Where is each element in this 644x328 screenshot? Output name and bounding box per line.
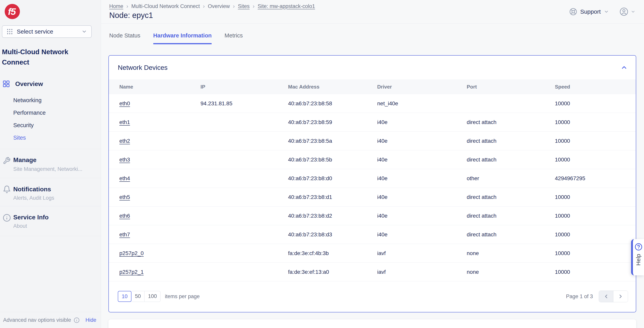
column-header-ip: IP (200, 84, 288, 90)
table-row: eth740:a6:b7:23:b8:d3i40edirect attach10… (109, 225, 636, 244)
items-per-page-control: 10 50 100 items per page (118, 291, 200, 302)
cell-name: eth4 (119, 175, 200, 182)
cell-mac-address: fa:de:3e:cf:4b:3b (288, 250, 377, 256)
sidebar-item-notifications-subtitle: Alerts, Audit Logs (13, 195, 54, 201)
hide-nav-link[interactable]: Hide (86, 317, 96, 323)
sidebar-item-networking[interactable]: Networking (13, 97, 42, 104)
device-name-link[interactable]: p257p2_1 (119, 269, 144, 275)
items-per-page-10[interactable]: 10 (118, 291, 132, 302)
sidebar-item-notifications[interactable]: Notifications (13, 186, 51, 193)
cell-mac-address: 40:a6:b7:23:b8:d0 (288, 175, 377, 182)
column-header-speed: Speed (555, 84, 627, 90)
sidebar-item-service-info[interactable]: Service Info (13, 214, 48, 221)
sidebar-item-overview[interactable]: Overview (0, 80, 43, 88)
cell-name: eth0 (119, 100, 200, 107)
device-name-link[interactable]: eth7 (119, 232, 130, 238)
cell-name: eth2 (119, 138, 200, 144)
cell-mac-address: 40:a6:b7:23:b8:5b (288, 156, 377, 163)
sidebar-item-manage[interactable]: Manage (13, 156, 36, 164)
chevron-down-icon (604, 9, 609, 14)
items-per-page-50[interactable]: 50 (132, 291, 144, 302)
lifebuoy-icon (569, 8, 577, 16)
card-header: Network Devices (109, 56, 636, 79)
sidebar-item-performance[interactable]: Performance (13, 110, 46, 116)
column-header-port: Port (467, 84, 555, 90)
cell-name: p257p2_0 (119, 250, 200, 256)
previous-page-button[interactable] (599, 291, 614, 302)
page-title: Node: epyc1 (109, 11, 153, 20)
tab-metrics[interactable]: Metrics (224, 32, 242, 44)
help-button[interactable]: Help (631, 239, 644, 275)
cell-port: none (467, 250, 555, 256)
cell-speed: 10000 (555, 138, 627, 144)
column-header-name: Name (119, 84, 200, 90)
divider (0, 206, 101, 206)
device-name-link[interactable]: eth5 (119, 194, 130, 200)
service-selector-label: Select service (17, 28, 78, 35)
help-label: Help (635, 254, 642, 266)
pager: Page 1 of 3 (566, 290, 628, 302)
next-card-peek[interactable] (108, 320, 636, 328)
cell-speed: 10000 (555, 194, 627, 200)
device-name-link[interactable]: eth3 (119, 156, 130, 163)
cell-speed: 10000 (555, 100, 627, 107)
cell-port: direct attach (467, 194, 555, 200)
tab-node-status[interactable]: Node Status (109, 32, 140, 44)
sidebar-item-sites[interactable]: Sites (13, 134, 26, 141)
cell-port: direct attach (467, 232, 555, 238)
cell-speed: 10000 (555, 232, 627, 238)
cell-name: eth3 (119, 156, 200, 163)
support-menu[interactable]: Support (569, 8, 609, 16)
sidebar-item-label: Overview (15, 80, 43, 88)
breadcrumb-sites[interactable]: Sites (238, 3, 250, 9)
divider (0, 236, 101, 236)
table-row: p257p2_0fa:de:3e:cf:4b:3biavfnone10000 (109, 244, 636, 263)
device-name-link[interactable]: eth6 (119, 213, 130, 219)
cell-driver: i40e (377, 232, 467, 238)
cell-mac-address: 40:a6:b7:23:b8:d3 (288, 232, 377, 238)
breadcrumb-home[interactable]: Home (109, 3, 123, 9)
chevron-right-icon (618, 294, 624, 299)
cell-name: eth7 (119, 232, 200, 238)
service-selector[interactable]: Select service (2, 25, 92, 38)
breadcrumb-overview: Overview (208, 3, 230, 9)
product-title: Multi-Cloud Network Connect (2, 47, 94, 67)
cell-speed: 10000 (555, 119, 627, 126)
cell-name: eth6 (119, 213, 200, 219)
topbar: Home › Multi-Cloud Network Connect › Ove… (101, 0, 644, 24)
breadcrumb-separator: › (253, 3, 254, 9)
cell-speed: 10000 (555, 156, 627, 163)
avatar-icon (620, 7, 628, 16)
cell-speed: 10000 (555, 213, 627, 219)
items-per-page-100[interactable]: 100 (144, 291, 160, 302)
device-name-link[interactable]: eth1 (119, 119, 130, 125)
device-name-link[interactable]: eth2 (119, 138, 130, 144)
cell-mac-address: 40:a6:b7:23:b8:d1 (288, 194, 377, 200)
support-label: Support (580, 8, 601, 15)
card-footer: 10 50 100 items per page Page 1 of 3 (109, 282, 636, 312)
device-name-link[interactable]: eth0 (119, 100, 130, 106)
network-devices-rows: eth094.231.81.8540:a6:b7:23:b8:58net_i40… (109, 94, 636, 282)
tab-hardware-information[interactable]: Hardware Information (153, 32, 212, 44)
cell-name: eth1 (119, 119, 200, 126)
table-header: Name IP Mac Address Driver Port Speed (109, 79, 636, 94)
table-row: eth640:a6:b7:23:b8:d2i40edirect attach10… (109, 206, 636, 225)
user-menu[interactable] (620, 7, 636, 16)
breadcrumb-site-current[interactable]: Site: mw-appstack-colo1 (258, 3, 315, 9)
table-row: eth440:a6:b7:23:b8:d0i40eother4294967295 (109, 169, 636, 188)
cell-name: p257p2_1 (119, 269, 200, 275)
cell-driver: i40e (377, 156, 467, 163)
device-name-link[interactable]: p257p2_0 (119, 250, 144, 256)
device-name-link[interactable]: eth4 (119, 175, 130, 181)
info-icon (3, 214, 11, 222)
tab-bar: Node Status Hardware Information Metrics (109, 32, 243, 44)
topbar-actions: Support (569, 0, 636, 24)
sidebar-item-security[interactable]: Security (13, 122, 34, 128)
cell-driver: iavf (377, 269, 467, 275)
table-row: eth094.231.81.8540:a6:b7:23:b8:58net_i40… (109, 94, 636, 113)
collapse-card-button[interactable] (620, 64, 628, 71)
cell-mac-address: 40:a6:b7:23:b8:58 (288, 100, 377, 107)
cell-speed: 4294967295 (555, 175, 627, 182)
next-page-button[interactable] (614, 291, 628, 302)
network-devices-card: Network Devices Name IP Mac Address Driv… (108, 55, 636, 312)
